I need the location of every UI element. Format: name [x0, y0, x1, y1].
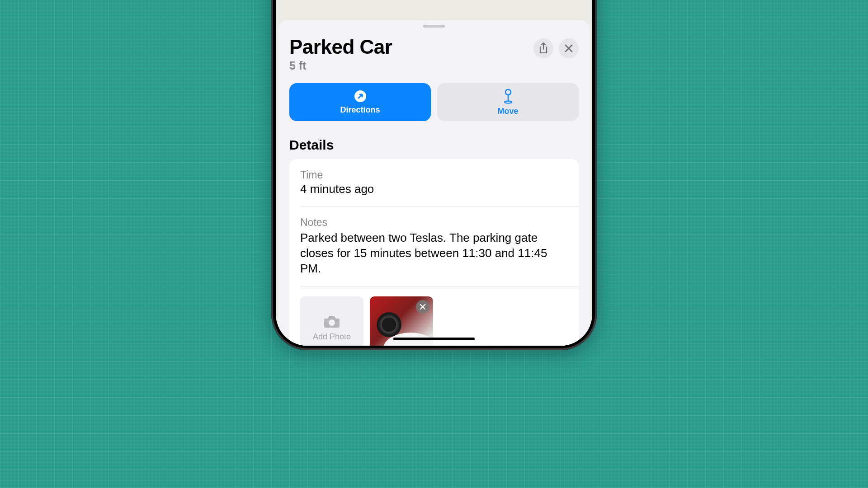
move-button[interactable]: Move — [437, 83, 579, 121]
time-label: Time — [300, 169, 568, 181]
sheet-grabber[interactable] — [423, 25, 445, 28]
bottom-sheet: Parked Car 5 ft — [278, 20, 590, 346]
remove-photo-button[interactable] — [416, 300, 429, 314]
action-row: Directions Move — [289, 83, 579, 121]
close-icon — [565, 44, 573, 52]
directions-icon — [354, 90, 367, 103]
notes-cell[interactable]: Notes Parked between two Teslas. The par… — [300, 206, 579, 286]
camera-icon — [323, 315, 340, 328]
share-button[interactable] — [533, 38, 553, 58]
phone-screen: Parked Car 5 ft — [276, 0, 592, 346]
time-value: 4 minutes ago — [300, 182, 568, 196]
directions-label: Directions — [340, 105, 380, 115]
sheet-header: Parked Car 5 ft — [289, 36, 579, 72]
time-cell: Time 4 minutes ago — [289, 159, 579, 206]
share-icon — [538, 42, 548, 54]
move-pin-icon — [502, 89, 514, 104]
close-button[interactable] — [559, 38, 579, 58]
notes-label: Notes — [300, 216, 568, 229]
details-card: Time 4 minutes ago Notes Parked between … — [289, 159, 579, 346]
phone-frame: Parked Car 5 ft — [271, 0, 597, 350]
page-title: Parked Car — [289, 36, 533, 58]
move-label: Move — [497, 107, 518, 116]
header-buttons — [533, 38, 579, 58]
svg-point-3 — [505, 101, 512, 103]
photo-row: Add Photo — [300, 286, 579, 346]
notes-value: Parked between two Teslas. The parking g… — [300, 230, 568, 276]
details-heading: Details — [289, 137, 579, 153]
home-indicator[interactable] — [393, 338, 475, 340]
directions-button[interactable]: Directions — [289, 83, 431, 121]
add-photo-button[interactable]: Add Photo — [300, 296, 363, 346]
svg-point-1 — [505, 89, 511, 95]
add-photo-label: Add Photo — [313, 332, 351, 342]
close-icon — [420, 304, 425, 310]
svg-point-4 — [329, 319, 335, 326]
header-text: Parked Car 5 ft — [289, 36, 533, 72]
distance-label: 5 ft — [289, 59, 533, 72]
